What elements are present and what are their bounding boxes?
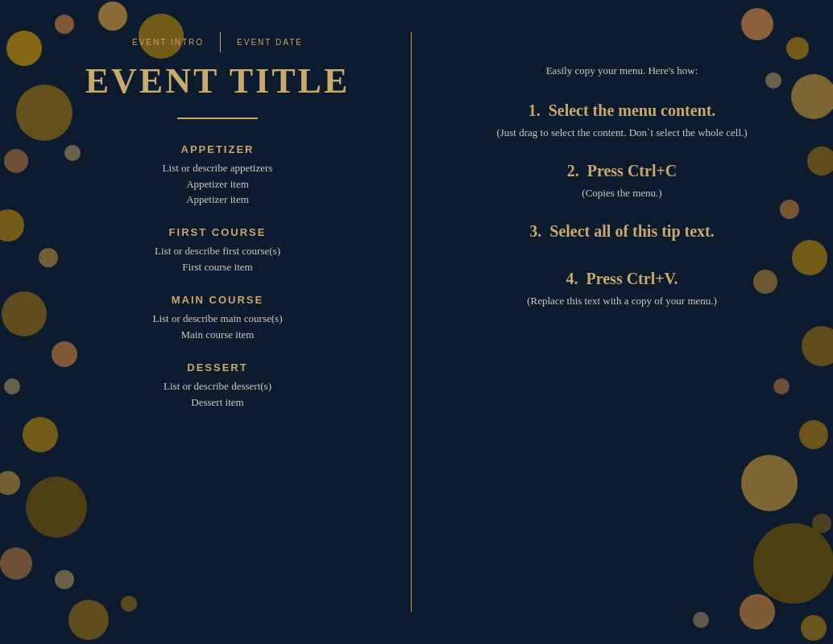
left-panel: EVENT INTRO EVENT DATE EVENT TITLE APPET… bbox=[0, 0, 411, 644]
dessert-section: DESSERT List or describe dessert(s) Dess… bbox=[64, 361, 371, 411]
tip-step-2-title: 2. Press Ctrl+C bbox=[459, 162, 785, 180]
tip-step-4-heading: Press Ctrl+V. bbox=[586, 270, 678, 287]
main-course-item-1: Main course item bbox=[64, 328, 371, 341]
dessert-item-1: Dessert item bbox=[64, 396, 371, 409]
event-title: EVENT TITLE bbox=[85, 60, 350, 101]
main-course-section: MAIN COURSE List or describe main course… bbox=[64, 294, 371, 344]
vertical-divider bbox=[411, 32, 412, 612]
tip-step-4-desc: (Replace this text with a copy of your m… bbox=[459, 295, 785, 308]
main-course-title: MAIN COURSE bbox=[64, 294, 371, 306]
event-intro-label: EVENT INTRO bbox=[132, 38, 204, 47]
tip-step-2: 2. Press Ctrl+C (Copies the menu.) bbox=[459, 162, 785, 200]
appetizer-item-2: Appetizer item bbox=[64, 193, 371, 206]
tip-step-4-title: 4. Press Ctrl+V. bbox=[459, 270, 785, 288]
event-date-label: EVENT DATE bbox=[237, 38, 303, 47]
dessert-desc: List or describe dessert(s) bbox=[64, 380, 371, 393]
appetizer-title: APPETIZER bbox=[64, 143, 371, 155]
appetizer-desc: List or describe appetizers bbox=[64, 162, 371, 175]
tip-step-2-number: 2. bbox=[567, 162, 579, 180]
main-course-desc: List or describe main course(s) bbox=[64, 312, 371, 325]
tip-step-1-number: 1. bbox=[528, 101, 541, 119]
tip-step-3-title: 3. Select all of this tip text. bbox=[459, 222, 785, 241]
page: EVENT INTRO EVENT DATE EVENT TITLE APPET… bbox=[0, 0, 833, 644]
tip-step-1-title: 1. Select the menu content. bbox=[459, 101, 785, 120]
tip-step-4: 4. Press Ctrl+V. (Replace this text with… bbox=[459, 270, 785, 308]
tip-step-1-heading: Select the menu content. bbox=[549, 101, 716, 119]
right-panel: Easily copy your menu. Here's how: 1. Se… bbox=[411, 0, 833, 644]
tip-step-3-number: 3. bbox=[529, 222, 541, 240]
appetizer-section: APPETIZER List or describe appetizers Ap… bbox=[64, 143, 371, 208]
dessert-title: DESSERT bbox=[64, 361, 371, 374]
tip-step-1-desc: (Just drag to select the content. Don`t … bbox=[459, 126, 785, 139]
first-course-desc: List or describe first course(s) bbox=[64, 245, 371, 258]
tip-step-2-heading: Press Ctrl+C bbox=[587, 162, 678, 180]
title-underline bbox=[177, 118, 258, 119]
tip-step-2-desc: (Copies the menu.) bbox=[459, 187, 785, 200]
tip-intro: Easily copy your menu. Here's how: bbox=[546, 64, 698, 77]
tip-step-3-heading: Select all of this tip text. bbox=[549, 222, 714, 240]
tip-step-1: 1. Select the menu content. (Just drag t… bbox=[459, 101, 785, 139]
tip-step-4-number: 4. bbox=[566, 270, 578, 287]
appetizer-item-1: Appetizer item bbox=[64, 178, 371, 191]
first-course-title: FIRST COURSE bbox=[64, 226, 371, 238]
header-divider bbox=[220, 32, 221, 52]
header: EVENT INTRO EVENT DATE bbox=[64, 32, 371, 52]
first-course-item-1: First course item bbox=[64, 261, 371, 274]
first-course-section: FIRST COURSE List or describe first cour… bbox=[64, 226, 371, 276]
tip-step-3: 3. Select all of this tip text. bbox=[459, 222, 785, 247]
